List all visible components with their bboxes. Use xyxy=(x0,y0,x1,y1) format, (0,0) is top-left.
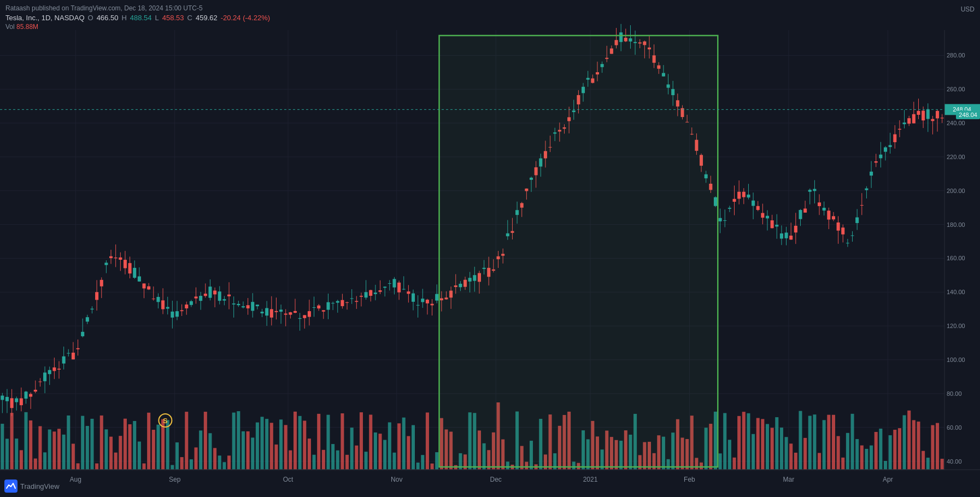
tradingview-logo-icon xyxy=(4,480,17,493)
published-info: Rataash published on TradingView.com, De… xyxy=(5,4,270,12)
tradingview-branding: TradingView xyxy=(4,480,60,493)
low-value: 458.53 xyxy=(162,14,184,22)
open-value: 466.50 xyxy=(97,14,119,22)
low-label: L xyxy=(155,14,159,22)
currency-label: USD xyxy=(961,5,975,13)
price-change: -20.24 (-4.22%) xyxy=(221,14,270,22)
current-price-tag: 248.04 xyxy=(956,110,980,119)
open-label: O xyxy=(88,14,93,22)
price-chart xyxy=(0,0,980,497)
high-label: H xyxy=(121,14,126,22)
high-value: 488.54 xyxy=(130,14,152,22)
symbol-name: Tesla, Inc., 1D, NASDAQ xyxy=(5,14,85,22)
vol-value: 85.88M xyxy=(16,23,38,31)
close-label: C xyxy=(187,14,192,22)
close-value: 459.62 xyxy=(196,14,218,22)
tradingview-text: TradingView xyxy=(20,482,60,490)
vol-label: Vol xyxy=(5,23,15,31)
